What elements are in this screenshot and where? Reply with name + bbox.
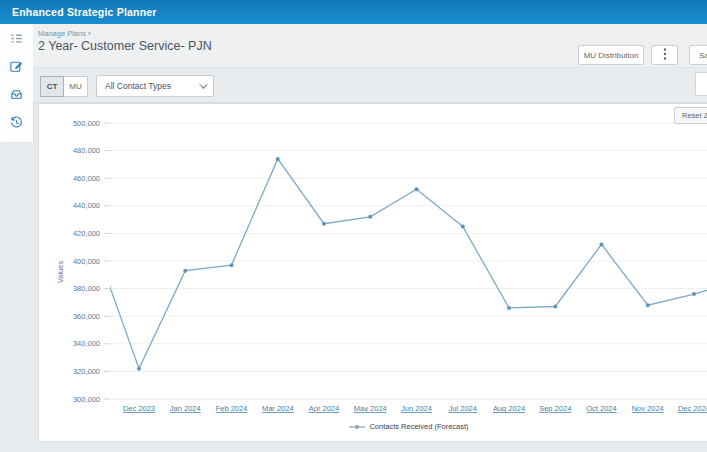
toggle-mu-button[interactable]: MU (64, 76, 88, 97)
y-axis-label: 480,000 (73, 146, 100, 155)
x-axis-label[interactable]: Aug 2024 (493, 404, 525, 413)
x-axis-label[interactable]: Oct 2024 (586, 404, 616, 413)
y-axis-label: 300,000 (73, 395, 100, 404)
sidebar-item-archive[interactable] (8, 87, 26, 105)
legend-label: Contacts Received (Forecast) (369, 422, 468, 431)
data-point[interactable] (646, 303, 650, 307)
x-axis-label[interactable]: May 2024 (354, 404, 387, 413)
reset-zoom-button[interactable]: Reset Zoom (674, 107, 707, 124)
kebab-menu-button[interactable] (651, 45, 678, 65)
ct-mu-toggle: CT MU (40, 76, 88, 97)
clipped-edge-button[interactable] (695, 72, 707, 96)
x-axis-label[interactable]: Feb 2024 (216, 404, 248, 413)
y-axis-label: 500,000 (73, 119, 100, 128)
x-axis-label[interactable]: Apr 2024 (309, 404, 339, 413)
data-point[interactable] (137, 367, 141, 371)
series-line (93, 159, 707, 369)
contact-type-dropdown[interactable]: All Contact Types (96, 75, 214, 97)
data-point[interactable] (368, 215, 372, 219)
data-point[interactable] (230, 263, 234, 267)
data-point[interactable] (553, 305, 557, 309)
mu-distribution-button[interactable]: MU Distribution (578, 45, 644, 65)
y-axis-label: 420,000 (73, 229, 100, 238)
archive-icon (9, 87, 24, 105)
app-header: Enhanced Strategic Planner (0, 0, 707, 24)
y-axis-label: 460,000 (73, 174, 100, 183)
plans-list-icon (9, 31, 24, 49)
sidebar (0, 24, 33, 142)
x-axis-label[interactable]: Dec 2024 (678, 404, 707, 413)
chart-card: 500,000480,000460,000440,000420,000400,0… (38, 103, 707, 442)
y-axis-title: Values (56, 261, 65, 284)
data-point[interactable] (183, 269, 187, 273)
x-axis-label[interactable]: Sep 2024 (539, 404, 571, 413)
x-axis-label[interactable]: Jan 2024 (170, 404, 201, 413)
chevron-down-icon (199, 80, 207, 88)
breadcrumb-link[interactable]: Manage Plans (38, 29, 86, 38)
x-axis-label[interactable]: Mar 2024 (262, 404, 294, 413)
y-axis-label: 380,000 (73, 284, 100, 293)
edit-plan-icon (9, 59, 24, 77)
data-point[interactable] (322, 222, 326, 226)
legend: Contacts Received (Forecast) (39, 419, 707, 433)
contact-type-value: All Contact Types (105, 81, 199, 91)
sidebar-item-plans-list[interactable] (8, 31, 26, 49)
data-point[interactable] (461, 225, 465, 229)
breadcrumb[interactable]: Manage Plans› (38, 29, 91, 38)
data-point[interactable] (692, 292, 696, 296)
history-icon (9, 115, 24, 133)
legend-marker-icon (349, 417, 365, 435)
toggle-ct-button[interactable]: CT (40, 76, 64, 97)
y-axis-label: 320,000 (73, 367, 100, 376)
y-axis-label: 440,000 (73, 201, 100, 210)
data-point[interactable] (507, 306, 511, 310)
y-axis-label: 400,000 (73, 257, 100, 266)
x-axis-label[interactable]: Jun 2024 (401, 404, 432, 413)
forecast-line-chart: 500,000480,000460,000440,000420,000400,0… (39, 104, 707, 419)
chevron-right-icon: › (88, 29, 91, 38)
page-header: Manage Plans› 2 Year- Customer Service- … (33, 24, 707, 68)
x-axis-label[interactable]: Nov 2024 (632, 404, 664, 413)
data-point[interactable] (276, 157, 280, 161)
x-axis-label[interactable]: Jul 2024 (449, 404, 477, 413)
y-axis-label: 340,000 (73, 339, 100, 348)
sidebar-item-edit-plan[interactable] (8, 59, 26, 77)
kebab-icon (663, 47, 667, 63)
x-axis-label[interactable]: Dec 2023 (123, 404, 155, 413)
data-point[interactable] (415, 187, 419, 191)
page-title: 2 Year- Customer Service- PJN (38, 39, 212, 53)
sidebar-item-history[interactable] (8, 115, 26, 133)
data-point[interactable] (600, 242, 604, 246)
app-title: Enhanced Strategic Planner (12, 6, 157, 18)
save-button[interactable]: Save (689, 45, 707, 65)
filter-bar: CT MU All Contact Types (33, 68, 707, 103)
y-axis-label: 360,000 (73, 312, 100, 321)
